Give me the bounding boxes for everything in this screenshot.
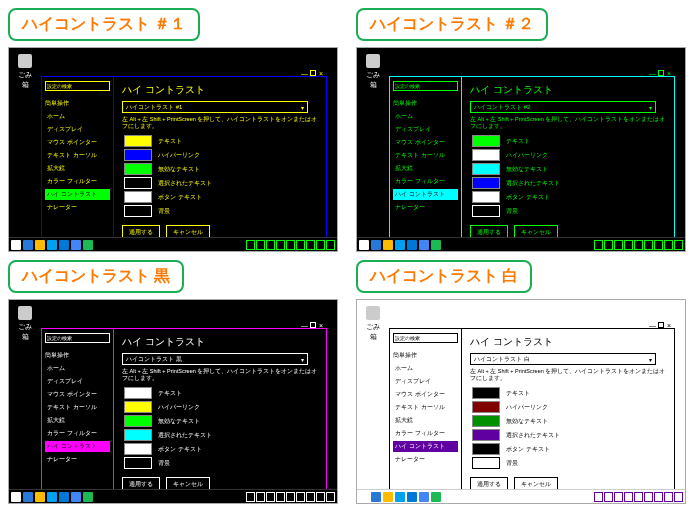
sidebar-item[interactable]: カラー フィルター: [45, 176, 110, 187]
sidebar-item[interactable]: カラー フィルター: [393, 428, 458, 439]
sidebar-item[interactable]: テキスト カーソル: [393, 402, 458, 413]
sidebar-item[interactable]: ハイ コントラスト: [393, 441, 458, 452]
color-swatch[interactable]: [472, 443, 500, 455]
taskbar-app-icon[interactable]: [83, 492, 93, 502]
taskbar-app-icon[interactable]: [383, 240, 393, 250]
color-swatch[interactable]: [124, 429, 152, 441]
tray-icon[interactable]: [614, 492, 623, 502]
tray-icon[interactable]: [654, 240, 663, 250]
sidebar-item[interactable]: テキスト カーソル: [45, 150, 110, 161]
start-icon[interactable]: [359, 240, 369, 250]
color-swatch[interactable]: [472, 205, 500, 217]
swatch-row[interactable]: テキスト: [124, 135, 318, 147]
swatch-row[interactable]: 選択されたテキスト: [124, 429, 318, 441]
tray-icon[interactable]: [256, 492, 265, 502]
tray-icon[interactable]: [306, 492, 315, 502]
tray-icon[interactable]: [604, 492, 613, 502]
taskbar-app-icon[interactable]: [371, 492, 381, 502]
color-swatch[interactable]: [124, 135, 152, 147]
taskbar-app-icon[interactable]: [431, 240, 441, 250]
tray-icon[interactable]: [276, 492, 285, 502]
sidebar-item[interactable]: マウス ポインター: [393, 389, 458, 400]
taskbar-app-icon[interactable]: [395, 492, 405, 502]
taskbar-app-icon[interactable]: [431, 492, 441, 502]
start-icon[interactable]: [11, 492, 21, 502]
theme-dropdown[interactable]: ハイコントラスト 白: [470, 353, 656, 365]
sidebar-item[interactable]: ディスプレイ: [393, 124, 458, 135]
tray-icon[interactable]: [664, 240, 673, 250]
system-tray[interactable]: [594, 240, 683, 250]
swatch-row[interactable]: ハイパーリンク: [472, 149, 666, 161]
swatch-row[interactable]: 背景: [472, 457, 666, 469]
swatch-row[interactable]: ハイパーリンク: [124, 401, 318, 413]
swatch-row[interactable]: ボタン テキスト: [124, 443, 318, 455]
sidebar-item[interactable]: ホーム: [393, 363, 458, 374]
taskbar-app-icon[interactable]: [371, 240, 381, 250]
sidebar-item[interactable]: ディスプレイ: [45, 376, 110, 387]
tray-icon[interactable]: [246, 240, 255, 250]
tray-icon[interactable]: [296, 240, 305, 250]
recycle-bin-icon[interactable]: ごみ箱: [15, 306, 35, 342]
tray-icon[interactable]: [326, 492, 335, 502]
taskbar-app-icon[interactable]: [35, 240, 45, 250]
taskbar-app-icon[interactable]: [395, 240, 405, 250]
swatch-row[interactable]: 選択されたテキスト: [124, 177, 318, 189]
search-input[interactable]: 設定の検索: [393, 81, 458, 91]
theme-dropdown[interactable]: ハイコントラスト 黒: [122, 353, 308, 365]
color-swatch[interactable]: [124, 149, 152, 161]
sidebar-item[interactable]: ナレーター: [393, 202, 458, 213]
tray-icon[interactable]: [266, 492, 275, 502]
search-input[interactable]: 設定の検索: [45, 81, 110, 91]
theme-dropdown[interactable]: ハイコントラスト #1: [122, 101, 308, 113]
taskbar-app-icon[interactable]: [59, 240, 69, 250]
taskbar-app-icon[interactable]: [383, 492, 393, 502]
tray-icon[interactable]: [624, 240, 633, 250]
tray-icon[interactable]: [664, 492, 673, 502]
color-swatch[interactable]: [472, 191, 500, 203]
search-input[interactable]: 設定の検索: [45, 333, 110, 343]
color-swatch[interactable]: [124, 457, 152, 469]
sidebar-item[interactable]: ホーム: [393, 111, 458, 122]
theme-dropdown[interactable]: ハイコントラスト #2: [470, 101, 656, 113]
swatch-row[interactable]: 背景: [124, 205, 318, 217]
taskbar-app-icon[interactable]: [71, 492, 81, 502]
taskbar-app-icon[interactable]: [71, 240, 81, 250]
taskbar-app-icon[interactable]: [407, 492, 417, 502]
color-swatch[interactable]: [472, 401, 500, 413]
start-icon[interactable]: [359, 492, 369, 502]
tray-icon[interactable]: [654, 492, 663, 502]
sidebar-item[interactable]: 拡大鏡: [45, 415, 110, 426]
taskbar-app-icon[interactable]: [47, 240, 57, 250]
tray-icon[interactable]: [644, 240, 653, 250]
taskbar-app-icon[interactable]: [59, 492, 69, 502]
tray-icon[interactable]: [634, 240, 643, 250]
swatch-row[interactable]: テキスト: [472, 135, 666, 147]
sidebar-item[interactable]: ホーム: [45, 363, 110, 374]
swatch-row[interactable]: ボタン テキスト: [472, 191, 666, 203]
recycle-bin-icon[interactable]: ごみ箱: [363, 306, 383, 342]
system-tray[interactable]: [246, 240, 335, 250]
tray-icon[interactable]: [316, 492, 325, 502]
sidebar-item[interactable]: ハイ コントラスト: [45, 441, 110, 452]
tray-icon[interactable]: [634, 492, 643, 502]
swatch-row[interactable]: ボタン テキスト: [472, 443, 666, 455]
system-tray[interactable]: [594, 492, 683, 502]
sidebar-item[interactable]: マウス ポインター: [45, 389, 110, 400]
sidebar-item[interactable]: カラー フィルター: [393, 176, 458, 187]
tray-icon[interactable]: [624, 492, 633, 502]
taskbar-app-icon[interactable]: [419, 492, 429, 502]
swatch-row[interactable]: 背景: [124, 457, 318, 469]
tray-icon[interactable]: [306, 240, 315, 250]
color-swatch[interactable]: [124, 387, 152, 399]
recycle-bin-icon[interactable]: ごみ箱: [15, 54, 35, 90]
color-swatch[interactable]: [472, 387, 500, 399]
swatch-row[interactable]: 選択されたテキスト: [472, 429, 666, 441]
color-swatch[interactable]: [472, 149, 500, 161]
taskbar-app-icon[interactable]: [35, 492, 45, 502]
sidebar-item[interactable]: ハイ コントラスト: [393, 189, 458, 200]
taskbar[interactable]: [9, 489, 337, 503]
taskbar[interactable]: [9, 237, 337, 251]
tray-icon[interactable]: [286, 240, 295, 250]
tray-icon[interactable]: [674, 240, 683, 250]
sidebar-item[interactable]: カラー フィルター: [45, 428, 110, 439]
